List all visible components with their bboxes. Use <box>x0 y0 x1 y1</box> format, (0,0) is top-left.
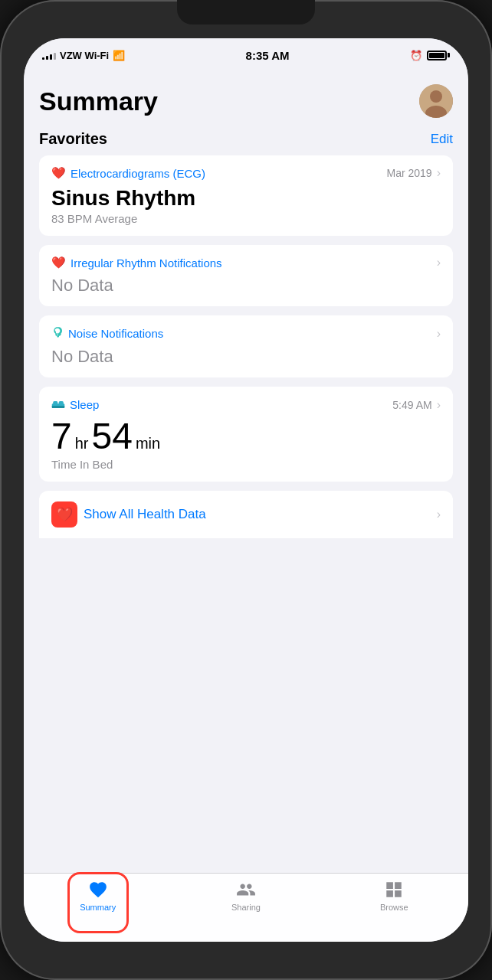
sleep-min-label: min <box>136 435 160 452</box>
irregular-card-header: ❤️ Irregular Rhythm Notifications › <box>51 256 441 270</box>
edit-button[interactable]: Edit <box>431 132 453 147</box>
status-left: VZW Wi-Fi 📶 <box>42 50 125 61</box>
sleep-title-row: Sleep <box>51 397 99 412</box>
sleep-title: Sleep <box>70 398 99 411</box>
battery-tip <box>448 53 450 57</box>
show-all-label: Show All Health Data <box>84 507 206 522</box>
browse-grid-icon <box>384 880 404 900</box>
irregular-title: Irregular Rhythm Notifications <box>71 256 222 270</box>
favorites-title: Favorites <box>39 130 107 148</box>
tab-browse[interactable]: Browse <box>320 880 468 912</box>
irregular-card[interactable]: ❤️ Irregular Rhythm Notifications › No D… <box>39 245 453 306</box>
ecg-meta-row: Mar 2019 › <box>387 166 441 180</box>
sleep-mins: 54 <box>92 418 133 455</box>
wifi-icon: 📶 <box>113 50 125 61</box>
status-right: ⏰ <box>410 50 450 61</box>
sleep-sub-value: Time In Bed <box>51 458 441 471</box>
phone-screen: VZW Wi-Fi 📶 8:35 AM ⏰ Summary <box>24 38 468 942</box>
status-time: 8:35 AM <box>246 49 290 62</box>
health-icon-box: ❤️ <box>51 501 77 528</box>
sleep-hr-label: hr <box>75 435 89 452</box>
svg-rect-5 <box>53 401 57 405</box>
sharing-people-icon <box>236 880 256 900</box>
ear-icon <box>51 326 64 341</box>
sleep-card-header: Sleep 5:49 AM › <box>51 397 441 412</box>
sleep-svg <box>51 397 65 410</box>
avatar-image <box>419 84 453 118</box>
signal-bar-3 <box>50 54 52 60</box>
tab-sharing-label: Sharing <box>231 903 261 912</box>
svg-rect-4 <box>52 406 65 408</box>
sleep-icon <box>51 397 65 412</box>
signal-bar-4 <box>54 53 56 60</box>
health-heart-icon: ❤️ <box>56 506 73 523</box>
ecg-card-header: ❤️ Electrocardiograms (ECG) Mar 2019 › <box>51 166 441 180</box>
notch <box>177 0 315 24</box>
scroll-spacer <box>39 538 453 554</box>
svg-point-1 <box>430 90 442 103</box>
favorites-section-header: Favorites Edit <box>39 130 453 148</box>
noise-card[interactable]: Noise Notifications › No Data <box>39 315 453 377</box>
signal-bar-2 <box>46 56 48 60</box>
sleep-card[interactable]: Sleep 5:49 AM › 7 hr 54 min Time In Bed <box>39 387 453 482</box>
sleep-chevron: › <box>437 398 441 412</box>
ecg-chevron: › <box>437 166 441 180</box>
sleep-value-row: 7 hr 54 min <box>51 418 441 455</box>
heart-icon-irregular: ❤️ <box>51 256 66 270</box>
svg-rect-6 <box>59 401 64 405</box>
tab-summary[interactable]: Summary <box>24 880 172 912</box>
noise-title-row: Noise Notifications <box>51 326 163 341</box>
irregular-no-data: No Data <box>51 276 441 296</box>
ecg-main-value: Sinus Rhythm <box>51 186 441 211</box>
noise-no-data: No Data <box>51 347 441 367</box>
sleep-meta-row: 5:49 AM › <box>392 398 441 412</box>
tab-bar: Summary Sharing Browse <box>24 873 468 942</box>
ecg-title: Electrocardiograms (ECG) <box>71 167 205 180</box>
ecg-card[interactable]: ❤️ Electrocardiograms (ECG) Mar 2019 › S… <box>39 155 453 236</box>
carrier-label: VZW Wi-Fi <box>60 50 109 61</box>
heart-icon-ecg: ❤️ <box>51 166 66 180</box>
irregular-chevron: › <box>437 256 441 270</box>
irregular-title-row: ❤️ Irregular Rhythm Notifications <box>51 256 222 270</box>
page-title: Summary <box>39 87 158 116</box>
avatar[interactable] <box>419 84 453 118</box>
battery <box>427 51 450 60</box>
summary-heart-icon <box>88 880 108 900</box>
tab-sharing[interactable]: Sharing <box>172 880 320 912</box>
ecg-sub-value: 83 BPM Average <box>51 212 441 225</box>
tab-browse-label: Browse <box>380 903 408 912</box>
ear-svg <box>51 326 64 338</box>
ecg-title-row: ❤️ Electrocardiograms (ECG) <box>51 166 205 180</box>
noise-title: Noise Notifications <box>68 327 163 340</box>
noise-card-header: Noise Notifications › <box>51 326 441 341</box>
sleep-hours: 7 <box>51 418 72 455</box>
ecg-meta: Mar 2019 <box>387 167 432 179</box>
signal-bar-1 <box>42 57 44 60</box>
noise-chevron: › <box>437 327 441 341</box>
signal-bars <box>42 51 56 60</box>
status-bar: VZW Wi-Fi 📶 8:35 AM ⏰ <box>24 38 468 72</box>
phone-frame: VZW Wi-Fi 📶 8:35 AM ⏰ Summary <box>0 0 492 980</box>
tab-summary-label: Summary <box>80 903 116 912</box>
battery-body <box>427 51 447 60</box>
battery-fill <box>429 53 444 58</box>
main-content: Summary Favorites Edit <box>24 72 468 942</box>
scroll-area: Summary Favorites Edit <box>24 72 468 873</box>
sleep-meta: 5:49 AM <box>392 399 431 411</box>
show-all-card[interactable]: ❤️ Show All Health Data › <box>39 491 453 538</box>
alarm-icon: ⏰ <box>410 50 422 61</box>
show-all-chevron: › <box>437 508 441 521</box>
page-title-row: Summary <box>39 84 453 118</box>
